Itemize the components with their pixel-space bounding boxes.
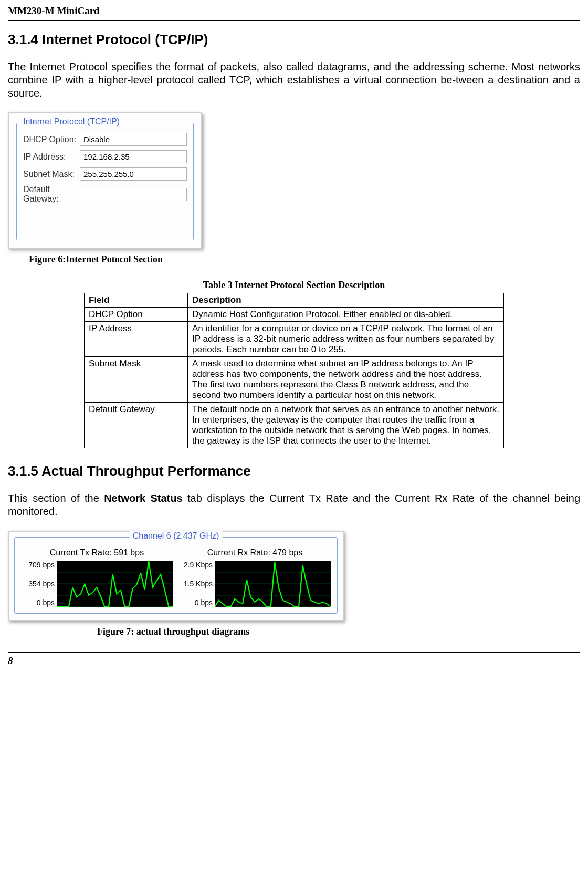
throughput-group-title: Channel 6 (2.437 GHz) (130, 531, 223, 541)
tx-yaxis: 709 bps 354 bps 0 bps (21, 561, 57, 607)
rx-tick-0: 2.9 Kbps (179, 561, 213, 569)
cell-field: DHCP Option (85, 308, 188, 322)
ip-input[interactable] (80, 150, 187, 163)
cell-desc: A mask used to determine what subnet an … (188, 357, 504, 403)
throughput-panel: Channel 6 (2.437 GHz) Current Tx Rate: 5… (8, 531, 344, 621)
rx-tick-1: 1.5 Kbps (179, 580, 213, 588)
form-row-gateway: Default Gateway: (23, 185, 187, 204)
cell-field: IP Address (85, 322, 188, 357)
subnet-label: Subnet Mask: (23, 170, 80, 179)
tcpip-groupbox: Internet Protocol (TCP/IP) DHCP Option: … (16, 123, 194, 240)
table3-caption: Table 3 Internet Protocol Section Descri… (84, 280, 504, 291)
table-row: Default Gateway The default node on a ne… (85, 403, 504, 448)
cell-field: Default Gateway (85, 403, 188, 448)
dhcp-input[interactable] (80, 133, 187, 146)
table-row: DHCP Option Dynamic Host Configuration P… (85, 308, 504, 322)
tcpip-group-title: Internet Protocol (TCP/IP) (21, 117, 122, 127)
para-bold: Network Status (104, 492, 182, 504)
section-314-heading: 3.1.4 Internet Protocol (TCP/IP) (8, 31, 580, 48)
ip-label: IP Address: (23, 152, 80, 162)
para-pre: This section of the (8, 492, 104, 504)
gateway-input[interactable] (80, 188, 187, 201)
dhcp-label: DHCP Option: (23, 135, 80, 144)
tx-half: Current Tx Rate: 591 bps 709 bps 354 bps… (21, 548, 173, 607)
tx-tick-0: 709 bps (21, 561, 55, 569)
rx-rate-label: Current Rx Rate: 479 bps (179, 548, 331, 558)
form-row-dhcp: DHCP Option: (23, 133, 187, 146)
cell-desc: Dynamic Host Configuration Protocol. Eit… (188, 308, 504, 322)
th-description: Description (188, 293, 504, 308)
tx-rate-label: Current Tx Rate: 591 bps (21, 548, 173, 558)
cell-desc: An identifier for a computer or device o… (188, 322, 504, 357)
table3: Field Description DHCP Option Dynamic Ho… (84, 293, 504, 448)
rx-chart (215, 561, 331, 607)
cell-desc: The default node on a network that serve… (188, 403, 504, 448)
figure6-caption: Figure 6:Internet Potocol Section (29, 254, 580, 265)
table-row: Subnet Mask A mask used to determine wha… (85, 357, 504, 403)
gateway-label: Default Gateway: (23, 185, 80, 204)
table-header-row: Field Description (85, 293, 504, 308)
tx-tick-2: 0 bps (21, 598, 55, 607)
footer-rule: 8 (8, 652, 580, 667)
rx-yaxis: 2.9 Kbps 1.5 Kbps 0 bps (179, 561, 215, 607)
table-row: IP Address An identifier for a computer … (85, 322, 504, 357)
section-315-paragraph: This section of the Network Status tab d… (8, 492, 580, 518)
form-row-subnet: Subnet Mask: (23, 167, 187, 181)
cell-field: Subnet Mask (85, 357, 188, 403)
th-field: Field (85, 293, 188, 308)
tcpip-panel: Internet Protocol (TCP/IP) DHCP Option: … (8, 112, 202, 249)
page-number: 8 (8, 655, 13, 666)
doc-header: MM230-M MiniCard (8, 5, 580, 21)
figure7-caption: Figure 7: actual throughput diagrams (97, 626, 580, 637)
section-314-paragraph: The Internet Protocol specifies the form… (8, 60, 580, 100)
rx-half: Current Rx Rate: 479 bps 2.9 Kbps 1.5 Kb… (179, 548, 331, 607)
form-row-ip: IP Address: (23, 150, 187, 163)
rx-tick-2: 0 bps (179, 598, 213, 607)
throughput-groupbox: Channel 6 (2.437 GHz) Current Tx Rate: 5… (14, 537, 338, 614)
tx-chart (57, 561, 173, 607)
section-315-heading: 3.1.5 Actual Throughput Performance (8, 463, 580, 479)
tx-tick-1: 354 bps (21, 580, 55, 588)
subnet-input[interactable] (80, 167, 187, 181)
